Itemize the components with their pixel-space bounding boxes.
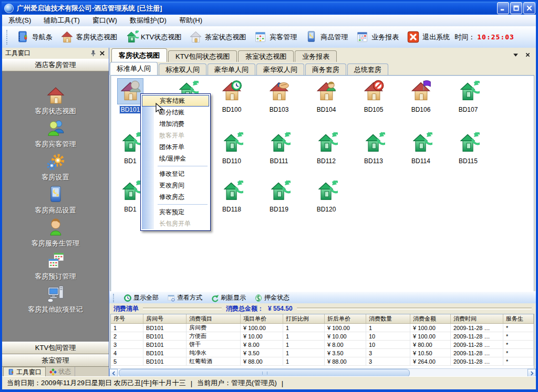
room[interactable]: BD118	[213, 178, 251, 214]
sidebar-bottom-tab[interactable]: 状态	[46, 367, 75, 377]
room[interactable]: BD114	[402, 130, 440, 165]
table-header-cell[interactable]: 折后单价	[325, 314, 366, 323]
close-icon[interactable]	[523, 2, 535, 14]
table-header-cell[interactable]: 服务生	[503, 314, 534, 323]
context-menu-item[interactable]: 增加消费	[142, 118, 209, 130]
title-bar[interactable]: 广州爱启迪技术有限公司-酒店管理系统 [已注册]	[2, 2, 536, 15]
toolbar-grip[interactable]	[6, 30, 10, 45]
table-row[interactable]: 2BD101方便面¥ 10.001¥ 10.0010¥ 100.002009-1…	[111, 332, 534, 341]
context-menu-item[interactable]	[142, 203, 209, 206]
table-header-cell[interactable]: 项目单价	[241, 314, 283, 323]
sidebar-item[interactable]: 客房服务生管理	[32, 217, 79, 250]
context-menu-item[interactable]: 部分结账	[142, 107, 209, 118]
maximize-icon[interactable]	[510, 2, 522, 14]
room-type-tab[interactable]: 总统套房	[347, 63, 388, 75]
minimize-icon[interactable]	[497, 2, 509, 14]
command-button[interactable]: 查看方式	[164, 293, 205, 303]
context-menu-item[interactable]: 长包房开单	[142, 218, 209, 229]
context-menu-item[interactable]: 散客开单	[142, 130, 209, 141]
command-bar-grip[interactable]	[113, 294, 117, 302]
context-menu-item[interactable]	[142, 164, 209, 168]
pin-icon[interactable]	[90, 50, 97, 57]
table-header-cell[interactable]: 序号	[111, 314, 143, 323]
sidebar-item[interactable]: 客房宾客管理	[35, 118, 76, 151]
toolbar-button[interactable]: 宾客管理	[250, 29, 301, 45]
table-header-cell[interactable]: 消费时间	[451, 314, 503, 323]
table-header-cell[interactable]: 消费数量	[366, 314, 410, 323]
sidebar-item[interactable]: 客房预订管理	[35, 250, 76, 283]
room[interactable]: BD111	[260, 130, 298, 165]
hotel-room-management-group[interactable]: 酒店客房管理	[2, 59, 109, 71]
toolbar-button[interactable]: 茶室状态视图	[185, 29, 250, 45]
table-row[interactable]: 4BD101纯净水¥ 3.501¥ 3.503¥ 10.502009-11-28…	[111, 349, 534, 357]
sidebar-item[interactable]: 客房商品设置	[35, 184, 76, 217]
table-row[interactable]: 5BD101红葡萄酒¥ 88.001¥ 88.003¥ 264.002009-1…	[111, 357, 534, 366]
room[interactable]: BD104	[307, 79, 345, 114]
room[interactable]: BD105	[355, 79, 392, 114]
context-menu-item[interactable]: 修改房态	[142, 191, 209, 203]
table-header-cell[interactable]: 消费项目	[187, 314, 241, 323]
room-type-tab[interactable]: 标准单人间	[110, 62, 158, 75]
close-panel-icon[interactable]	[99, 50, 106, 57]
table-row[interactable]: 1BD101房间费¥ 100.001¥ 100.001¥ 100.002009-…	[111, 324, 534, 332]
toolbar-button[interactable]: 业务报表	[351, 29, 402, 45]
table-header-cell[interactable]: 消费金额	[410, 314, 451, 323]
table-header-cell[interactable]: 打折比例	[283, 314, 325, 323]
document-tab[interactable]: 客房状态视图	[111, 48, 167, 62]
context-menu-item[interactable]: 修改登记	[142, 168, 209, 179]
menu-item[interactable]: 数据维护(D)	[123, 15, 173, 26]
sidebar-group-bar[interactable]: 茶室管理	[2, 354, 109, 367]
toolbar-button[interactable]: 客房状态视图	[56, 29, 121, 45]
table-row[interactable]: 3BD101饼干¥ 8.001¥ 8.0010¥ 80.002009-11-28…	[111, 341, 534, 349]
list-command-bar: 显示全部 查看方式 刷新显示 押金状态	[109, 291, 536, 304]
room-type-tab[interactable]: 豪华单人间	[208, 63, 255, 75]
room[interactable]: BD100	[213, 79, 251, 114]
tab-close-icon[interactable]	[525, 52, 531, 58]
context-menu-item[interactable]: 续/退押金	[142, 153, 209, 164]
sidebar-group-bar[interactable]: KTV包间管理	[2, 342, 109, 354]
room[interactable]: BD120	[307, 178, 345, 214]
sidebar-item[interactable]: 客房其他款项登记	[28, 283, 83, 316]
computer-icon	[45, 283, 66, 304]
menu-item[interactable]: 辅助工具(T)	[37, 15, 86, 26]
sidebar-item-label: 客房商品设置	[35, 206, 76, 215]
sidebar-item-label: 客房其他款项登记	[28, 305, 83, 314]
menu-item[interactable]: 窗口(W)	[86, 15, 123, 26]
context-menu-item[interactable]: 宾客结账	[142, 95, 209, 107]
room[interactable]: BD112	[307, 130, 345, 165]
command-button[interactable]: 刷新显示	[208, 293, 249, 303]
room[interactable]: BD119	[260, 178, 298, 214]
document-tab[interactable]: 茶室状态视图	[238, 50, 294, 62]
tab-list-dropdown-icon[interactable]	[513, 52, 519, 58]
context-menu-item[interactable]: 团体开单	[142, 141, 209, 153]
menu-item[interactable]: 帮助(H)	[173, 15, 209, 26]
sidebar-bottom-tab[interactable]: 工具窗口	[3, 367, 46, 377]
command-button[interactable]: 押金状态	[251, 293, 293, 303]
context-menu-item[interactable]: 更改房间	[142, 179, 209, 191]
toolbar-button[interactable]: 导航条	[12, 29, 56, 45]
command-button[interactable]: 显示全部	[120, 293, 162, 303]
menu-item[interactable]: 系统(S)	[2, 15, 37, 26]
room-handshake-icon	[267, 80, 291, 103]
table-cell: 1	[366, 324, 410, 332]
room-type-tab[interactable]: 标准双人间	[159, 63, 206, 75]
context-menu-item[interactable]: 宾客预定	[142, 206, 209, 218]
room[interactable]: BD107	[449, 79, 487, 114]
toolbar-button[interactable]: KTV状态视图	[121, 29, 185, 45]
sidebar-item[interactable]: 客房状态视图	[35, 85, 76, 118]
room[interactable]: BD103	[260, 79, 298, 114]
document-tab[interactable]: KTV包间状态视图	[168, 50, 237, 62]
room[interactable]: BD110	[213, 130, 251, 165]
room-type-tab[interactable]: 豪华双人间	[256, 63, 304, 75]
tool-window-header: 工具窗口	[2, 48, 109, 59]
toolbar-button[interactable]: 商品管理	[301, 29, 351, 45]
sidebar-item[interactable]: 客房设置	[42, 151, 69, 184]
room-type-tab[interactable]: 商务套房	[305, 63, 346, 75]
toolbar-button[interactable]: 退出系统	[402, 29, 453, 45]
room[interactable]: BD115	[449, 130, 487, 165]
document-tab[interactable]: 业务报表	[295, 50, 337, 62]
room[interactable]: BD106	[402, 79, 440, 114]
table-header-cell[interactable]: 房间号	[143, 314, 187, 323]
room-guest-icon	[315, 80, 338, 103]
room[interactable]: BD113	[355, 130, 392, 165]
